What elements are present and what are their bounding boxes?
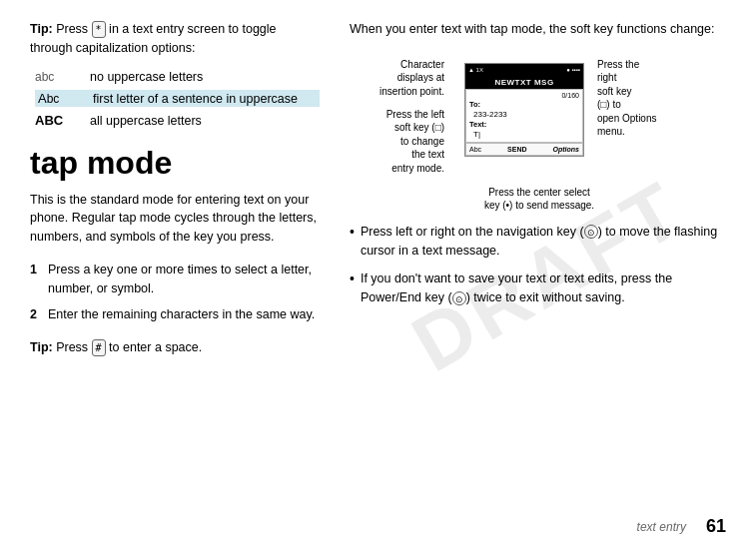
status-icons: ● ▪▪▪▪ — [566, 67, 580, 73]
power-key-icon: ⊙ — [452, 291, 466, 305]
signal-indicator: ▲ 1X — [468, 67, 483, 73]
text-cursor-row: T| — [469, 130, 579, 139]
bullet-item-2: • If you don't want to save your text or… — [350, 270, 726, 307]
section-title: tap mode — [30, 146, 320, 181]
abc-options-table: abc no uppercase letters Abc first lette… — [35, 70, 320, 128]
bullet-2-text: If you don't want to save your text or t… — [361, 270, 726, 307]
abc-row-lower: abc no uppercase letters — [35, 70, 320, 84]
soft-key-options: Options — [553, 146, 579, 153]
abc-row-upper: ABC all uppercase letters — [35, 113, 320, 128]
text-label: Text: — [469, 120, 486, 129]
phone-header-bar: NEWTXT MSG — [465, 76, 583, 89]
step-2: 2 Enter the remaining characters in the … — [30, 305, 320, 324]
diagram-container: Character displays at insertion point. P… — [350, 53, 726, 213]
to-value-row: 233-2233 — [469, 110, 579, 119]
step-1: 1 Press a key one or more times to selec… — [30, 261, 320, 298]
step-1-content: Press a key one or more times to select … — [48, 261, 320, 298]
left-column: Tip: Press * in a text entry screen to t… — [30, 20, 340, 532]
abc-label-capitalize: Abc — [38, 91, 93, 106]
step-2-num: 2 — [30, 305, 48, 324]
soft-key-send: SEND — [507, 146, 526, 153]
to-label: To: — [469, 100, 480, 109]
phone-diagram: ▲ 1X ● ▪▪▪▪ NEWTXT MSG 0/160 To: 233-223… — [464, 63, 584, 157]
phone-status-bar: ▲ 1X ● ▪▪▪▪ — [465, 64, 583, 76]
tip-top: Tip: Press * in a text entry screen to t… — [30, 20, 320, 58]
bullet-item-1: • Press left or right on the navigation … — [350, 223, 726, 261]
bullet-2-icon: • — [350, 269, 355, 307]
bullet-1-text: Press left or right on the navigation ke… — [361, 223, 726, 261]
abc-desc-capitalize: first letter of a sentence in uppercase — [93, 92, 298, 106]
step-2-content: Enter the remaining characters in the sa… — [48, 305, 320, 324]
content-wrapper: Tip: Press * in a text entry screen to t… — [30, 20, 726, 532]
star-key: * — [92, 21, 106, 38]
numbered-list: 1 Press a key one or more times to selec… — [30, 261, 320, 324]
abc-desc-upper: all uppercase letters — [90, 114, 202, 128]
abc-label-upper: ABC — [35, 113, 90, 128]
section-body: This is the standard mode for entering t… — [30, 191, 320, 247]
char-count-row: 0/160 — [469, 92, 579, 99]
text-label-row: Text: — [469, 120, 579, 129]
soft-key-abc: Abc — [469, 146, 481, 153]
callout-character: Character displays at insertion point. — [350, 58, 444, 99]
to-row: To: — [469, 100, 579, 109]
bullet-list: • Press left or right on the navigation … — [350, 223, 726, 307]
tip-bottom-label: Tip: — [30, 340, 53, 354]
callout-press-center: Press the center select key (•) to send … — [439, 186, 639, 213]
abc-desc-lower: no uppercase letters — [90, 70, 203, 84]
callout-press-right: Press the right soft key (□) to open Opt… — [597, 58, 707, 139]
abc-label-lower: abc — [35, 70, 90, 84]
bullet-1-icon: • — [350, 222, 355, 261]
right-intro: When you enter text with tap mode, the s… — [350, 20, 726, 39]
phone-body: 0/160 To: 233-2233 Text: T| — [465, 89, 583, 143]
hash-key: # — [92, 339, 106, 356]
phone-soft-keys: Abc SEND Options — [465, 143, 583, 156]
callout-press-left: Press the left soft key (□) to change th… — [350, 108, 444, 176]
nav-key-icon: ⊙ — [584, 225, 598, 239]
phone-screen: ▲ 1X ● ▪▪▪▪ NEWTXT MSG 0/160 To: 233-223… — [464, 63, 584, 157]
right-column: When you enter text with tap mode, the s… — [340, 20, 726, 532]
step-1-num: 1 — [30, 261, 48, 298]
abc-row-capitalize: Abc first letter of a sentence in upperc… — [35, 90, 320, 107]
tip-bottom: Tip: Press # to enter a space. — [30, 338, 320, 357]
tip-label: Tip: — [30, 22, 53, 36]
page-container: DRAFT Tip: Press * in a text entry scree… — [0, 0, 756, 552]
